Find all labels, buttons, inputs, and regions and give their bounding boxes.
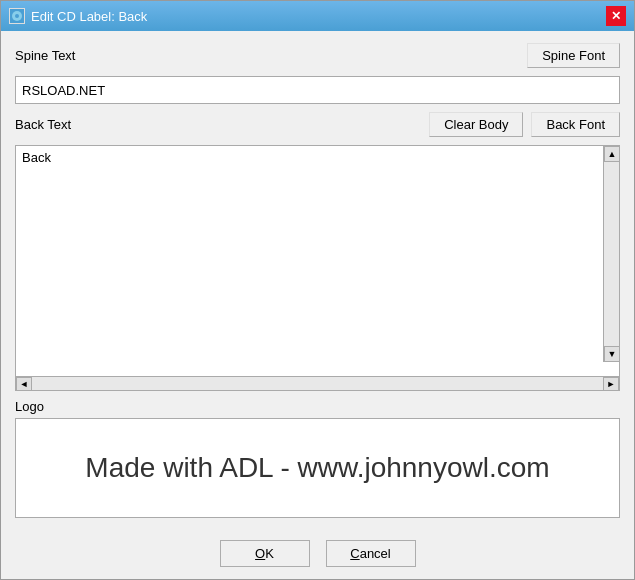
close-button[interactable]: ✕ — [606, 6, 626, 26]
back-textarea[interactable]: Back — [16, 146, 619, 376]
back-row: Back Text Clear Body Back Font — [15, 112, 620, 137]
vertical-scrollbar[interactable]: ▲ ▼ — [603, 146, 619, 362]
content-area: Spine Text Spine Font Back Text Clear Bo… — [1, 31, 634, 530]
spine-label: Spine Text — [15, 48, 75, 63]
back-font-button[interactable]: Back Font — [531, 112, 620, 137]
scroll-up-button[interactable]: ▲ — [604, 146, 620, 162]
cancel-label: Cancel — [350, 546, 390, 561]
logo-label: Logo — [15, 399, 620, 414]
cancel-underline: C — [350, 546, 359, 561]
ok-label: OK — [255, 546, 274, 561]
back-textarea-container: Back ▲ ▼ ◄ ► — [15, 145, 620, 391]
main-window: Edit CD Label: Back ✕ Spine Text Spine F… — [0, 0, 635, 580]
logo-section: Logo Made with ADL - www.johnnyowl.com — [15, 399, 620, 518]
logo-text: Made with ADL - www.johnnyowl.com — [85, 452, 549, 484]
ok-underline: O — [255, 546, 265, 561]
scroll-down-button[interactable]: ▼ — [604, 346, 620, 362]
ok-button[interactable]: OK — [220, 540, 310, 567]
logo-box: Made with ADL - www.johnnyowl.com — [15, 418, 620, 518]
back-textarea-wrapper: Back ▲ ▼ ◄ ► — [15, 145, 620, 391]
clear-body-button[interactable]: Clear Body — [429, 112, 523, 137]
scroll-left-button[interactable]: ◄ — [16, 377, 32, 391]
bottom-buttons: OK Cancel — [1, 530, 634, 579]
cancel-button[interactable]: Cancel — [326, 540, 416, 567]
title-bar: Edit CD Label: Back ✕ — [1, 1, 634, 31]
title-bar-left: Edit CD Label: Back — [9, 8, 147, 24]
spine-row: Spine Text Spine Font — [15, 43, 620, 68]
horizontal-scrollbar[interactable]: ◄ ► — [16, 376, 619, 390]
back-label: Back Text — [15, 117, 71, 132]
app-icon — [9, 8, 25, 24]
scroll-right-button[interactable]: ► — [603, 377, 619, 391]
svg-point-2 — [15, 14, 19, 18]
scroll-vertical-track[interactable] — [604, 162, 619, 346]
spine-font-button[interactable]: Spine Font — [527, 43, 620, 68]
scroll-horizontal-track[interactable] — [32, 377, 603, 390]
textarea-inner: Back ▲ ▼ — [16, 146, 619, 376]
spine-text-input[interactable] — [15, 76, 620, 104]
window-title: Edit CD Label: Back — [31, 9, 147, 24]
